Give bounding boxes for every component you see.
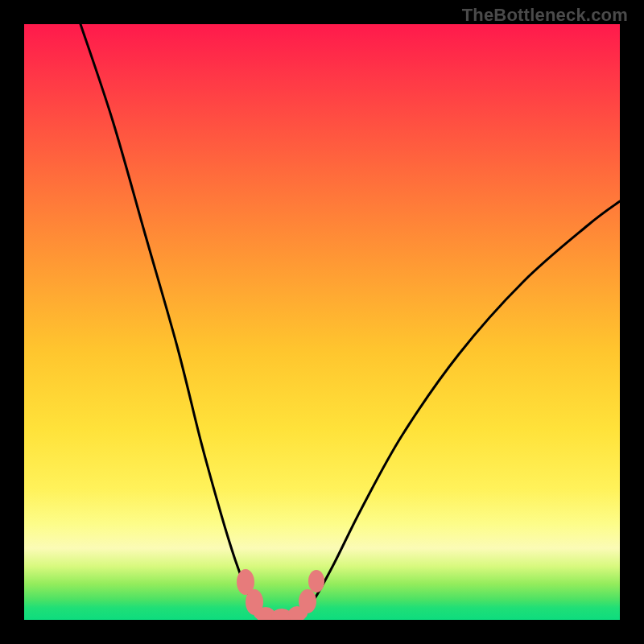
marker-right-nodule-1 xyxy=(299,589,316,613)
watermark-text: TheBottleneck.com xyxy=(462,5,628,26)
marker-right-nodule-2 xyxy=(308,570,324,592)
plot-area xyxy=(24,24,620,620)
curve-paths xyxy=(80,24,620,617)
curves-svg xyxy=(24,24,620,620)
series-right-curve xyxy=(302,201,620,613)
chart-stage: TheBottleneck.com xyxy=(0,0,644,644)
series-left-curve xyxy=(80,24,259,613)
marker-beads xyxy=(237,569,324,620)
